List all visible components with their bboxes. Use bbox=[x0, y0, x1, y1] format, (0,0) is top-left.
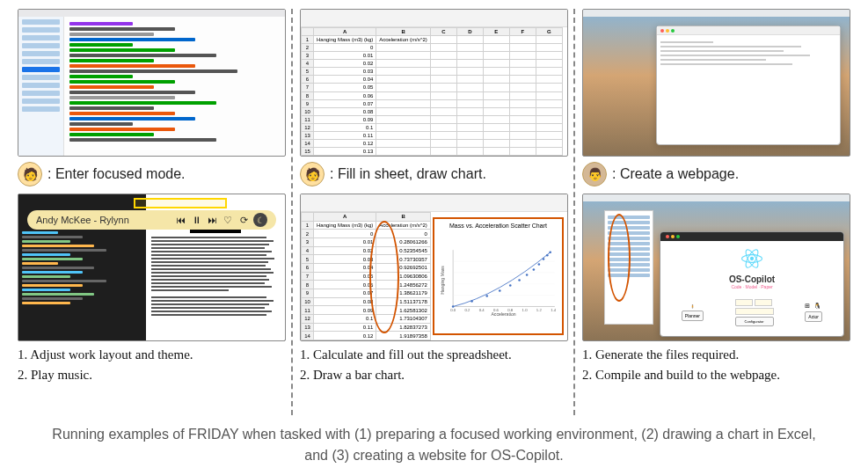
step-2-2: 2. Draw a bar chart. bbox=[300, 365, 568, 385]
task-label-1: : Enter focused mode. bbox=[47, 166, 186, 182]
spreadsheet-table-empty: A B C D E F G 1Hanging Mass (m3) (kg)Acc… bbox=[301, 27, 563, 156]
chart-container: Mass vs. Acceleration Scatter Chart bbox=[433, 217, 564, 335]
repeat-icon[interactable]: ⟳ bbox=[237, 214, 250, 226]
svg-text:0.6: 0.6 bbox=[493, 308, 500, 312]
diagram-actor: Actor bbox=[805, 311, 822, 322]
task-row-3: 👨 : Create a webpage. bbox=[582, 162, 850, 186]
screenshot-ide-light bbox=[18, 9, 286, 157]
maximize-icon[interactable] bbox=[676, 235, 680, 238]
generated-files-highlight bbox=[608, 214, 631, 302]
step-1-2: 2. Play music. bbox=[18, 365, 286, 385]
figure-caption: Running examples of FRIDAY when tasked w… bbox=[11, 424, 857, 466]
browser-tab bbox=[660, 232, 843, 241]
svg-text:1.0: 1.0 bbox=[522, 308, 528, 312]
webpage-title: OS-Copilot bbox=[666, 274, 838, 284]
heart-icon[interactable]: ♡ bbox=[222, 214, 234, 226]
step-2-1: 1. Calculate and fill out the spreadshee… bbox=[300, 345, 568, 365]
acceleration-column-highlight bbox=[369, 221, 399, 333]
music-menubar-highlight bbox=[134, 198, 227, 208]
react-logo-icon bbox=[741, 248, 762, 269]
task-label-3: : Create a webpage. bbox=[612, 166, 739, 182]
step-1-1: 1. Adjust work layout and theme. bbox=[18, 345, 286, 365]
svg-point-13 bbox=[532, 268, 535, 271]
next-icon[interactable]: ⏭ bbox=[206, 214, 218, 226]
user-avatar-icon: 🧑 bbox=[18, 162, 42, 186]
prev-icon[interactable]: ⏮ bbox=[174, 214, 186, 226]
screenshot-desktop-webpage: OS-Copilot Code · Model · Paper 🧍 Planne… bbox=[582, 194, 850, 341]
spreadsheet-table-filled: A B 1Hanging Mass (m3) (kg)Acceleration … bbox=[301, 212, 431, 340]
screenshot-desktop-safari bbox=[582, 9, 850, 157]
architecture-diagram: 🧍 Planner Configurator bbox=[666, 293, 838, 332]
diagram-declarative-memory bbox=[735, 299, 753, 306]
svg-point-14 bbox=[537, 263, 540, 266]
svg-text:Hanging Mass: Hanging Mass bbox=[440, 266, 445, 295]
steps-col-2: 1. Calculate and fill out the spreadshee… bbox=[300, 345, 568, 384]
safari-content bbox=[657, 35, 840, 144]
maximize-icon[interactable] bbox=[671, 29, 675, 33]
diagram-working-memory bbox=[735, 308, 774, 315]
excel-ribbon bbox=[301, 194, 567, 212]
pause-icon[interactable]: ⏸ bbox=[190, 214, 202, 226]
svg-text:1.4: 1.4 bbox=[551, 308, 557, 312]
close-icon[interactable] bbox=[666, 235, 669, 238]
screenshot-sheet-empty: A B C D E F G 1Hanging Mass (m3) (kg)Acc… bbox=[300, 9, 568, 157]
excel-ribbon bbox=[301, 10, 567, 27]
examples-row: 🧑 : Enter focused mode. Andy McKee - Ryl… bbox=[11, 9, 857, 415]
task-label-2: : Fill in sheet, draw chart. bbox=[330, 166, 486, 182]
ide-code-editor bbox=[64, 17, 285, 156]
doc-title bbox=[190, 230, 241, 233]
svg-point-12 bbox=[526, 274, 529, 276]
column-focused-mode: 🧑 : Enter focused mode. Andy McKee - Ryl… bbox=[11, 9, 293, 415]
steps-col-1: 1. Adjust work layout and theme. 2. Play… bbox=[18, 345, 286, 384]
diagram-planner: Planner bbox=[682, 311, 704, 321]
music-player-overlay: Andy McKee - Rylynn ⏮ ⏸ ⏭ ♡ ⟳ ☾ bbox=[22, 198, 281, 226]
column-webpage: 👨 : Create a webpage. bbox=[575, 9, 857, 415]
close-icon[interactable] bbox=[660, 29, 664, 33]
safari-titlebar bbox=[657, 26, 840, 35]
steps-col-3: 1. Generate the files required. 2. Compi… bbox=[582, 345, 850, 384]
ide-titlebar bbox=[18, 10, 285, 17]
music-player-bar: Andy McKee - Rylynn ⏮ ⏸ ⏭ ♡ ⟳ ☾ bbox=[27, 210, 276, 230]
minimize-icon[interactable] bbox=[666, 29, 669, 33]
moon-icon[interactable]: ☾ bbox=[253, 213, 267, 227]
minimize-icon[interactable] bbox=[671, 235, 675, 238]
step-3-2: 2. Compile and build to the webpage. bbox=[582, 365, 850, 385]
mac-menubar bbox=[583, 194, 850, 201]
step-3-1: 1. Generate the files required. bbox=[582, 345, 850, 365]
task-row-1: 🧑 : Enter focused mode. bbox=[18, 162, 286, 186]
webpage-window: OS-Copilot Code · Model · Paper 🧍 Planne… bbox=[660, 231, 844, 337]
diagram-configurator: Configurator bbox=[735, 317, 774, 326]
scatter-chart: Acceleration Hanging Mass 0.00.20.4 0.60… bbox=[438, 230, 558, 330]
svg-point-9 bbox=[499, 289, 501, 292]
os-icons: ⊞ 🐧 bbox=[805, 303, 822, 310]
svg-text:1.2: 1.2 bbox=[536, 308, 543, 312]
svg-point-10 bbox=[509, 284, 512, 287]
screenshot-sheet-filled: A B 1Hanging Mass (m3) (kg)Acceleration … bbox=[300, 194, 568, 341]
user-avatar-icon: 🧑 bbox=[300, 162, 325, 186]
column-spreadsheet: A B C D E F G 1Hanging Mass (m3) (kg)Acc… bbox=[293, 9, 575, 415]
svg-point-8 bbox=[485, 295, 488, 297]
svg-point-28 bbox=[750, 257, 754, 260]
svg-point-11 bbox=[518, 279, 521, 281]
ide-file-tree bbox=[18, 17, 64, 156]
diagram-procedural-memory bbox=[755, 299, 772, 306]
person-icon: 🧍 bbox=[690, 304, 695, 309]
svg-text:0.0: 0.0 bbox=[450, 308, 456, 312]
task-row-2: 🧑 : Fill in sheet, draw chart. bbox=[300, 162, 568, 186]
svg-text:0.8: 0.8 bbox=[507, 308, 514, 312]
svg-text:0.4: 0.4 bbox=[479, 308, 485, 312]
music-track-title: Andy McKee - Rylynn bbox=[36, 215, 171, 225]
svg-text:0.2: 0.2 bbox=[464, 308, 470, 312]
user-avatar-icon: 👨 bbox=[582, 162, 607, 186]
webpage-body: OS-Copilot Code · Model · Paper 🧍 Planne… bbox=[660, 241, 843, 337]
figure-container: 🧑 : Enter focused mode. Andy McKee - Ryl… bbox=[11, 9, 857, 466]
safari-window bbox=[656, 26, 841, 145]
screenshot-ide-dark-split: Andy McKee - Rylynn ⏮ ⏸ ⏭ ♡ ⟳ ☾ bbox=[18, 194, 286, 341]
webpage-subtitle: Code · Model · Paper bbox=[666, 284, 838, 289]
mac-menubar bbox=[583, 10, 850, 17]
chart-title: Mass vs. Acceleration Scatter Chart bbox=[449, 223, 547, 229]
